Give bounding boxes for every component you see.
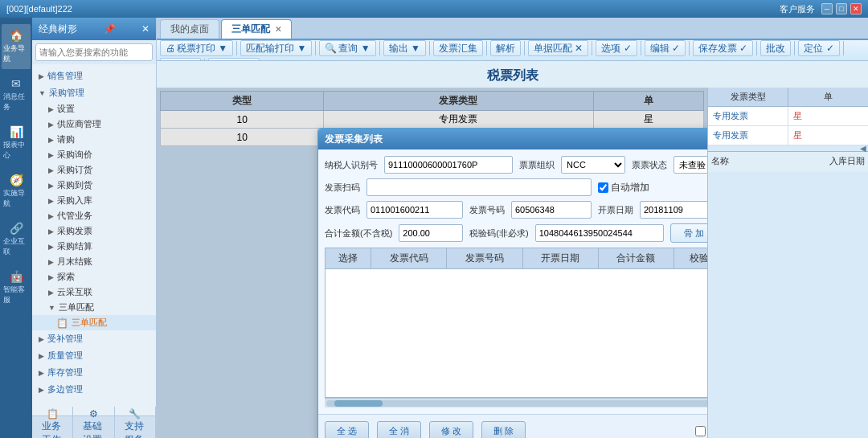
tab-desktop[interactable]: 我的桌面 xyxy=(160,19,219,39)
sep4 xyxy=(429,41,430,55)
toolbar-print[interactable]: 🖨 税票打印 ▼ xyxy=(160,40,233,56)
sep9 xyxy=(689,41,690,55)
nav-po-order[interactable]: ▶采购订货 xyxy=(32,162,156,178)
work-icon: 📋 xyxy=(47,408,59,420)
sidebar: 经典树形 📌 ✕ ▶销售管理 ▼采购管理 ▶设置 ▶供应商管理 ▶请购 ▶采购询… xyxy=(32,18,157,438)
nav-three-match[interactable]: ▼三单匹配 xyxy=(32,300,156,315)
enterprise-icon: 🔗 xyxy=(10,222,23,235)
nav-po-settle[interactable]: ▶采购结算 xyxy=(32,239,156,254)
right-panel-expand-icon[interactable]: ◀ xyxy=(860,144,866,153)
print-icon: 🖨 xyxy=(166,43,175,54)
dialog-scrollbar[interactable] xyxy=(325,398,707,407)
right-panel-row-1[interactable]: 专用发票 星 xyxy=(708,107,868,126)
invoice-num-label: 发票号码 xyxy=(469,204,505,216)
toolbar-edit[interactable]: 编辑 ✓ xyxy=(645,40,686,56)
scrollbar-thumb[interactable] xyxy=(334,400,383,407)
auto-add-checkbox[interactable] xyxy=(598,182,608,193)
sidebar-close-icon[interactable]: ✕ xyxy=(141,23,149,35)
delete-button[interactable]: 删 除 xyxy=(481,421,526,438)
sep8 xyxy=(641,41,641,55)
customer-service-link[interactable]: 客户服务 xyxy=(780,3,815,15)
nav-purchase[interactable]: ▼采购管理 xyxy=(32,84,156,101)
left-nav-guide[interactable]: 🧭 实施导航 xyxy=(2,169,31,214)
minimize-btn[interactable]: ─ xyxy=(821,3,833,14)
invoice-code-input[interactable] xyxy=(366,201,463,219)
bottom-basic[interactable]: ⚙ 基础设置 xyxy=(73,407,114,439)
tab-three-match[interactable]: 三单匹配 ✕ xyxy=(221,19,292,39)
dialog-body: 纳税人识别号 票票组织 NCC 票票状态 未查验 xyxy=(318,149,707,414)
add-button[interactable]: 骨 加 xyxy=(670,223,707,243)
left-nav-business[interactable]: 🏠 业务导航 xyxy=(2,24,31,69)
dialog-table: 选择 发票代码 发票号码 开票日期 合计金额 校验码 状态信息 状态 xyxy=(325,248,707,269)
bottom-service[interactable]: 🔧 支持服务 xyxy=(115,407,156,439)
right-panel-row-2[interactable]: 专用发票 星 xyxy=(708,126,868,145)
nav-quality[interactable]: ▶质量管理 xyxy=(32,347,156,364)
ticket-status-label: 票票状态 xyxy=(632,159,667,171)
close-btn[interactable]: ✕ xyxy=(850,3,862,14)
nav-three-match-item[interactable]: 📋三单匹配 xyxy=(32,315,156,330)
toolbar-select-items[interactable]: 选项 ✓ xyxy=(596,40,637,56)
nav-sales[interactable]: ▶销售管理 xyxy=(32,68,156,84)
nav-inventory[interactable]: ▶库存管理 xyxy=(32,364,156,381)
col-total-amount: 合计金额 xyxy=(598,248,674,269)
nav-query[interactable]: ▶探索 xyxy=(32,269,156,284)
total-amount-input[interactable] xyxy=(399,224,463,242)
toolbar-save-invoice[interactable]: 保存发票 ✓ xyxy=(693,40,753,56)
left-nav-enterprise[interactable]: 🔗 企业互联 xyxy=(2,217,31,262)
report-icon: 📊 xyxy=(10,125,23,138)
ticket-group-label: 票票组织 xyxy=(519,159,555,171)
nav-inquiry[interactable]: ▶请购 xyxy=(32,132,156,147)
three-match-icon: 📋 xyxy=(56,317,68,329)
invoice-date-input[interactable] xyxy=(640,201,707,219)
bottom-work[interactable]: 📋 业务工作 xyxy=(32,407,73,439)
tax-id-label: 纳税人识别号 xyxy=(325,159,378,171)
nav-cloud[interactable]: ▶云采互联 xyxy=(32,284,156,300)
query-icon: 🔍 xyxy=(325,43,337,54)
tax-id-input[interactable] xyxy=(384,156,513,174)
ticket-group-select[interactable]: NCC xyxy=(561,156,625,174)
left-nav-report[interactable]: 📊 报表中心 xyxy=(2,121,31,166)
maximize-btn[interactable]: □ xyxy=(836,3,847,14)
scrollbar-track[interactable] xyxy=(326,400,707,407)
nav-month-end[interactable]: ▶月末结账 xyxy=(32,254,156,269)
invoice-scan-input[interactable] xyxy=(366,178,592,196)
clear-all-button[interactable]: 全 消 xyxy=(377,421,421,438)
left-nav-message[interactable]: ✉ 消息任务 xyxy=(2,72,31,117)
col-num-header: 单 xyxy=(788,88,868,106)
toolbar-match-print[interactable]: 匹配输打印 ▼ xyxy=(240,40,312,56)
auto-resolve-label[interactable]: □自动解析 xyxy=(695,424,707,438)
nav-agency[interactable]: ▶代管业务 xyxy=(32,208,156,223)
check-code-input[interactable] xyxy=(535,224,664,242)
nav-po-price[interactable]: ▶采购询价 xyxy=(32,147,156,162)
nav-supplier[interactable]: ▶供应商管理 xyxy=(32,117,156,132)
invoice-date-label: 开票日期 xyxy=(598,204,633,216)
toolbar-approve[interactable]: 批改 xyxy=(760,40,791,56)
left-nav-smart[interactable]: 🤖 智能客服 xyxy=(2,265,31,310)
toolbar-query[interactable]: 🔍 查询 ▼ xyxy=(319,40,375,56)
ticket-status-select[interactable]: 未查验 xyxy=(674,156,707,174)
nav-po-invoice[interactable]: ▶采购发票 xyxy=(32,223,156,239)
auto-add-checkbox-label[interactable]: 自动增加 xyxy=(598,181,649,194)
nav-more[interactable]: ▶多边管理 xyxy=(32,381,156,398)
tab-close-icon[interactable]: ✕ xyxy=(275,25,281,34)
toolbar-analyze[interactable]: 解析 xyxy=(490,40,521,56)
service-icon: 🔧 xyxy=(129,408,141,420)
select-all-button[interactable]: 全 选 xyxy=(325,421,369,438)
auto-resolve-checkbox[interactable] xyxy=(695,426,706,436)
toolbar-position[interactable]: 定位 ✓ xyxy=(798,40,839,56)
right-cell-type-1: 专用发票 xyxy=(708,107,788,125)
sidebar-search-input[interactable] xyxy=(35,43,153,61)
toolbar-output[interactable]: 输出 ▼ xyxy=(383,40,426,56)
toolbar-single-match[interactable]: 单据匹配 ✕ xyxy=(528,40,588,56)
nav-po-receive[interactable]: ▶采购到货 xyxy=(32,178,156,193)
nav-po-stock[interactable]: ▶采购入库 xyxy=(32,193,156,208)
right-cell-type-2: 专用发票 xyxy=(708,126,788,145)
sidebar-nav: ▶销售管理 ▼采购管理 ▶设置 ▶供应商管理 ▶请购 ▶采购询价 ▶采购订货 ▶… xyxy=(32,64,156,415)
invoice-num-input[interactable] xyxy=(511,201,592,219)
toolbar-invoice-collect[interactable]: 发票汇集 xyxy=(433,40,483,56)
nav-settings[interactable]: ▶设置 xyxy=(32,101,156,117)
sep12 xyxy=(843,41,844,55)
nav-supplemental[interactable]: ▶受补管理 xyxy=(32,330,156,347)
modify-button[interactable]: 修 改 xyxy=(429,421,473,438)
sidebar-pin-icon[interactable]: 📌 xyxy=(104,23,116,35)
